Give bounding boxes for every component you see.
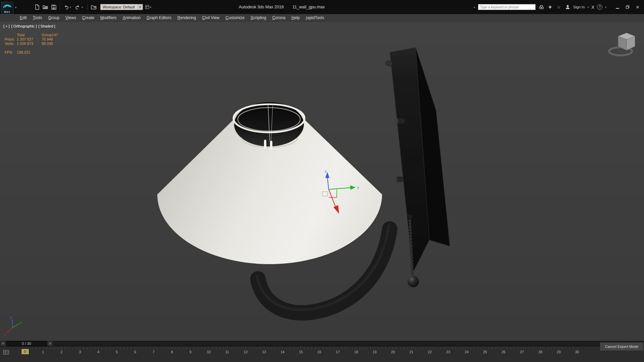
menu-help[interactable]: Help [288, 14, 303, 21]
window-title: Autodesk 3ds Max 201611_wall_gpu.max [239, 0, 325, 14]
world-axis: z y x [4, 316, 22, 337]
minimize-icon [616, 8, 619, 9]
viewport-label: [ + ] [ Orthographic ] [ Shaded ] [3, 24, 55, 28]
workspace-dropdown-caret-icon[interactable]: ▼ [138, 4, 143, 10]
menu-group[interactable]: Group [45, 14, 62, 21]
viewport-menu-button[interactable]: [ + ] [3, 24, 10, 28]
frame-number: 26 [501, 350, 505, 354]
frame-number: 14 [280, 350, 284, 354]
frame-number: 2 [60, 350, 62, 354]
menu-animation[interactable]: Animation [120, 14, 144, 21]
menu-rapidtools[interactable]: rapidTools [303, 14, 327, 21]
frame-number: 24 [465, 350, 469, 354]
application-menu-caret-icon[interactable]: ▼ [14, 6, 17, 9]
help-icon[interactable]: ? [597, 4, 602, 10]
stats-selection-column: Group147 [42, 33, 58, 37]
mount-pin [385, 61, 393, 66]
frame-number: 12 [244, 350, 248, 354]
pull-chain-ball[interactable] [408, 276, 419, 287]
quick-access-toolbar: ▾ ▾ Workspace: Default ▼ ▾ [17, 0, 151, 14]
search-collapse-caret-icon[interactable]: ▸ [474, 6, 475, 9]
stats-fps-row: FPS:138,221 [5, 50, 58, 55]
undo-history-caret-icon[interactable]: ▾ [70, 6, 73, 9]
time-slider-handle[interactable]: 0 [21, 349, 29, 355]
toolbar-separator [87, 4, 88, 10]
help-caret-icon[interactable]: ▾ [605, 6, 606, 9]
frame-number: 3 [79, 350, 81, 354]
current-frame-display[interactable]: 0 / 30 [6, 341, 47, 346]
viewport-shading-button[interactable]: [ Shaded ] [38, 24, 55, 28]
workspace-selector-value: Workspace: Default [101, 5, 138, 9]
workspace-selector[interactable]: Workspace: Default ▼ [100, 4, 143, 10]
menu-modifiers[interactable]: Modifiers [97, 14, 120, 21]
menu-civil-view[interactable]: Civil View [199, 14, 222, 21]
window-controls: × [612, 2, 643, 12]
save-file-button[interactable] [50, 4, 57, 10]
next-frame-button[interactable]: > [47, 341, 53, 346]
menu-bar: Edit Tools Group Views Create Modifiers … [0, 14, 644, 22]
frame-number: 27 [520, 350, 524, 354]
redo-button[interactable] [74, 4, 82, 10]
frame-number: 18 [354, 350, 358, 354]
title-bar: MAX ▼ ▾ ▾ [0, 0, 644, 14]
viewport-statistics: TotalGroup147 Polys:1 207 52775 948 Vert… [5, 33, 58, 55]
sign-in-button[interactable]: Sign In [573, 5, 585, 9]
stats-total-column: Total [17, 33, 42, 37]
time-slider-row: < 0 / 30 > [0, 340, 644, 346]
sign-in-person-icon[interactable] [565, 4, 571, 10]
frame-number: 25 [483, 350, 487, 354]
stats-polys-row: Polys:1 207 52775 948 [5, 37, 58, 42]
new-scene-button[interactable] [33, 4, 41, 10]
frame-number: 4 [97, 350, 99, 354]
application-title: Autodesk 3ds Max 2016 [239, 5, 284, 9]
previous-frame-button[interactable]: < [0, 341, 6, 346]
lampshade[interactable] [157, 102, 382, 264]
menu-customize[interactable]: Customize [222, 14, 248, 21]
menu-graph-editors[interactable]: Graph Editors [144, 14, 174, 21]
viewcube[interactable] [609, 33, 635, 55]
menu-corona[interactable]: Corona [269, 14, 288, 21]
frame-number: 13 [262, 350, 266, 354]
sign-in-caret-icon[interactable]: ▾ [587, 6, 589, 9]
frame-number: 23 [446, 350, 450, 354]
favorites-star-icon[interactable]: ☆ [556, 4, 562, 10]
frame-number: 15 [299, 350, 303, 354]
frame-number: 20 [391, 350, 395, 354]
track-bar: 1234567891011121314151617181920212223242… [0, 346, 644, 362]
frame-ticks [24, 348, 580, 349]
bulb-socket [264, 140, 266, 148]
minimize-button[interactable] [612, 2, 623, 12]
search-binoculars-icon[interactable] [538, 4, 544, 10]
workspace-options-button[interactable]: ▾ [145, 5, 151, 9]
max-logo-text: MAX [4, 11, 10, 14]
autodesk-exchange-icon[interactable]: X [591, 5, 594, 10]
menu-create[interactable]: Create [79, 14, 97, 21]
frame-number: 17 [336, 350, 340, 354]
frame-number: 19 [373, 350, 377, 354]
menu-scripting[interactable]: Scripting [248, 14, 269, 21]
communication-center-icon[interactable] [547, 4, 553, 10]
cancel-expert-mode-button[interactable]: Cancel Expert Mode [600, 342, 644, 351]
close-button[interactable]: × [633, 2, 643, 12]
menu-edit[interactable]: Edit [17, 14, 30, 21]
menu-views[interactable]: Views [62, 14, 79, 21]
time-slider-track[interactable] [54, 341, 643, 346]
frame-number: 8 [171, 350, 173, 354]
application-menu-button[interactable]: MAX [1, 2, 13, 14]
set-project-folder-button[interactable] [90, 4, 97, 10]
restore-button[interactable] [623, 2, 633, 12]
frame-number: 11 [225, 350, 229, 354]
frame-number: 5 [116, 350, 118, 354]
frame-ruler[interactable]: 1234567891011121314151617181920212223242… [0, 347, 644, 362]
viewport[interactable]: z y z [0, 22, 644, 340]
restore-icon [626, 5, 630, 9]
menu-rendering[interactable]: Rendering [174, 14, 199, 21]
redo-history-caret-icon[interactable]: ▾ [82, 6, 85, 9]
undo-button[interactable] [62, 4, 70, 10]
stats-verts-row: Verts:1 026 87358 330 [5, 42, 58, 46]
keyword-search-input[interactable] [478, 4, 536, 10]
viewport-view-button[interactable]: [ Orthographic ] [11, 24, 37, 28]
menu-tools[interactable]: Tools [30, 14, 45, 21]
open-file-button[interactable] [42, 4, 49, 10]
stats-header-row: TotalGroup147 [5, 33, 58, 37]
